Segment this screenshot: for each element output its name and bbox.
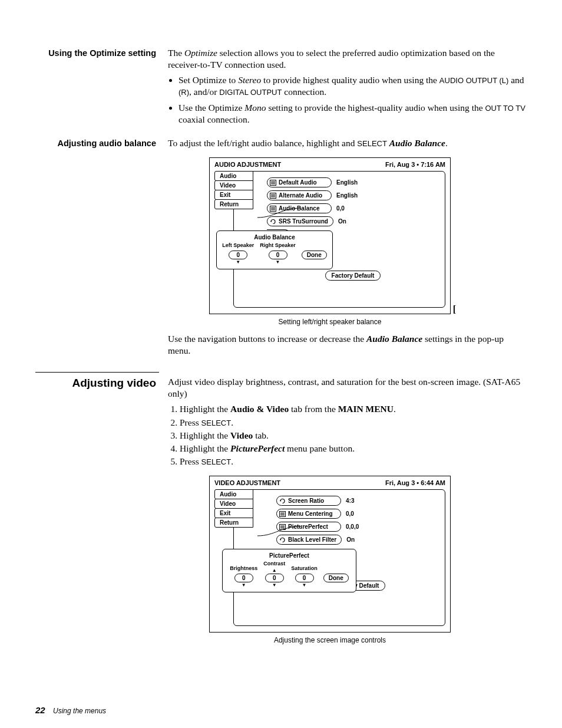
popup-left-speaker[interactable]: Left Speaker 0 ▼ bbox=[222, 242, 254, 264]
done-button[interactable]: Done bbox=[323, 574, 349, 582]
list-icon bbox=[270, 193, 276, 199]
popup-right-speaker[interactable]: Right Speaker 0 ▼ bbox=[260, 242, 296, 264]
done-button[interactable]: Done bbox=[302, 251, 327, 259]
list-icon bbox=[279, 511, 286, 517]
bracket-mark: [ bbox=[453, 304, 456, 316]
chevron-down-icon: ▼ bbox=[302, 584, 307, 587]
osd-audio: AUDIO ADJUSTMENT Fri, Aug 3 • 7:16 AM Au… bbox=[209, 157, 451, 314]
list-icon bbox=[270, 180, 276, 186]
tab-return[interactable]: Return bbox=[214, 518, 253, 528]
tab-exit[interactable]: Exit bbox=[214, 190, 253, 200]
list-icon bbox=[270, 206, 276, 212]
tab-video[interactable]: Video bbox=[214, 499, 253, 509]
opt-menu-centering[interactable]: Menu Centering bbox=[276, 509, 341, 519]
opt-screen-ratio[interactable]: Screen Ratio bbox=[276, 496, 341, 506]
section-rule bbox=[35, 372, 159, 373]
popup-picture-perfect: PicturePerfect Brightness 0 ▼ Contrast ▲… bbox=[222, 549, 356, 592]
popup-saturation[interactable]: Saturation 0 ▼ bbox=[291, 565, 318, 587]
tab-audio[interactable]: Audio bbox=[214, 489, 253, 499]
figure-caption: Adjusting the screen image controls bbox=[209, 636, 451, 645]
chevron-down-icon: ▼ bbox=[272, 584, 277, 587]
chevron-down-icon: ▼ bbox=[236, 261, 240, 264]
chevron-down-icon: ▼ bbox=[276, 261, 280, 264]
tab-video[interactable]: Video bbox=[214, 180, 253, 190]
osd-pane: Default AudioEnglish Alternate AudioEngl… bbox=[233, 171, 445, 308]
osd-title: AUDIO ADJUSTMENT bbox=[214, 160, 281, 169]
chevron-down-icon: ▼ bbox=[242, 584, 246, 587]
side-heading-optimize: Using the Optimize setting bbox=[48, 48, 156, 58]
osd-tabs: Audio Video Exit Return bbox=[214, 489, 253, 527]
cycle-icon bbox=[279, 537, 286, 543]
tab-exit[interactable]: Exit bbox=[214, 508, 253, 518]
cycle-icon bbox=[270, 219, 276, 225]
section-audio-balance: Adjusting audio balance To adjust the le… bbox=[35, 137, 527, 357]
figure-audio-adjustment: AUDIO ADJUSTMENT Fri, Aug 3 • 7:16 AM Au… bbox=[209, 157, 527, 327]
opt-black-level[interactable]: Black Level Filter bbox=[276, 535, 342, 545]
opt-audio-balance[interactable]: Audio Balance bbox=[267, 203, 332, 213]
opt-alternate-audio[interactable]: Alternate Audio bbox=[267, 190, 332, 200]
factory-default-button[interactable]: Factory Default bbox=[325, 271, 381, 281]
side-heading-audio-balance: Adjusting audio balance bbox=[57, 139, 156, 148]
optimize-bullets: Set Optimize to Stereo to provide highes… bbox=[178, 74, 527, 126]
popup-brightness[interactable]: Brightness 0 ▼ bbox=[230, 565, 257, 587]
popup-audio-balance: Audio Balance Left Speaker 0 ▼ Right Spe… bbox=[216, 230, 333, 269]
osd-tabs: Audio Video Exit Return bbox=[214, 171, 253, 209]
osd-pane: Screen Ratio4:3 Menu Centering0,0 Pictur… bbox=[233, 489, 445, 626]
figure-caption: Setting left/right speaker balance bbox=[209, 318, 451, 327]
osd-timestamp: Fri, Aug 3 • 7:16 AM bbox=[385, 160, 445, 169]
tab-audio[interactable]: Audio bbox=[214, 171, 253, 181]
popup-contrast[interactable]: Contrast ▲ 0 ▼ bbox=[263, 561, 285, 587]
section-adjusting-video: Adjusting video Adjust video display bri… bbox=[35, 376, 527, 650]
main-heading-video: Adjusting video bbox=[72, 377, 157, 389]
opt-picture-perfect[interactable]: PicturePerfect bbox=[276, 522, 341, 532]
osd-timestamp: Fri, Aug 3 • 6:44 AM bbox=[385, 479, 445, 487]
osd-video: VIDEO ADJUSTMENT Fri, Aug 3 • 6:44 AM Au… bbox=[209, 476, 451, 633]
opt-srs[interactable]: SRS TruSurround bbox=[267, 216, 333, 226]
section-optimize: Using the Optimize setting The Optimize … bbox=[35, 47, 527, 129]
body-optimize: The Optimize selection allows you to sel… bbox=[168, 47, 527, 129]
opt-default-audio[interactable]: Default Audio bbox=[267, 177, 332, 187]
osd-title: VIDEO ADJUSTMENT bbox=[214, 479, 280, 487]
chevron-up-icon: ▲ bbox=[272, 569, 277, 572]
figure-video-adjustment: VIDEO ADJUSTMENT Fri, Aug 3 • 6:44 AM Au… bbox=[209, 476, 527, 645]
video-steps: Highlight the Audio & Video tab from the… bbox=[180, 403, 527, 467]
cycle-icon bbox=[279, 498, 286, 504]
tab-return[interactable]: Return bbox=[214, 199, 253, 209]
list-icon bbox=[279, 524, 286, 530]
